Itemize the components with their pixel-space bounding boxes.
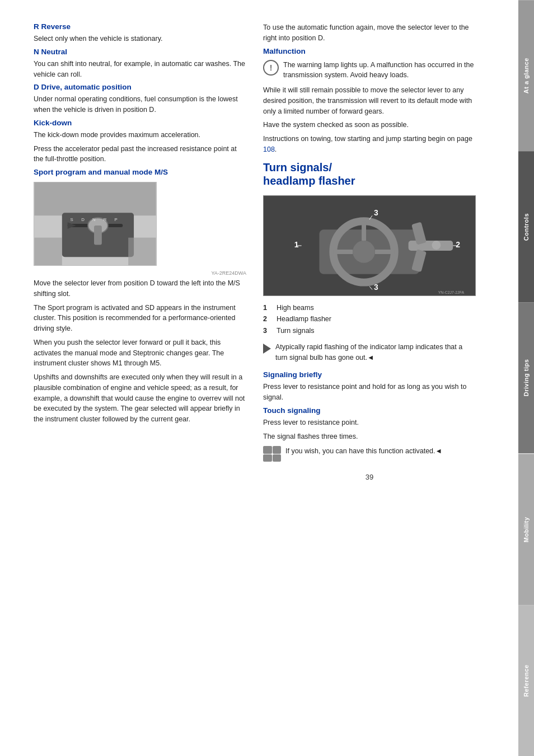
section-r-reverse: R Reverse Select only when the vehicle i… bbox=[34, 22, 246, 44]
right-column: To use the automatic function again, mov… bbox=[263, 22, 476, 481]
text-signaling-briefly: Press lever to resistance point and hold… bbox=[263, 382, 476, 403]
text-kick-down-2: Press the accelerator pedal past the inc… bbox=[34, 144, 246, 165]
text-n-neutral: You can shift into neutral, for example,… bbox=[34, 59, 246, 80]
turn-signals-list: 1 High beams 2 Headlamp flasher 3 Turn s… bbox=[263, 303, 476, 336]
warning-note-touch: If you wish, you can have this function … bbox=[263, 446, 476, 462]
svg-text:2: 2 bbox=[456, 240, 460, 248]
svg-rect-7 bbox=[34, 238, 62, 265]
svg-text:S: S bbox=[71, 217, 73, 222]
svg-point-25 bbox=[444, 242, 451, 248]
svg-text:1: 1 bbox=[294, 240, 299, 248]
list-num-2: 2 bbox=[263, 314, 272, 325]
text-touch-2: The signal flashes three times. bbox=[263, 431, 476, 442]
section-touch-signaling: Touch signaling Press lever to resistanc… bbox=[263, 406, 476, 462]
warning-animation-icon bbox=[263, 446, 281, 462]
heading-r-reverse: R Reverse bbox=[34, 22, 246, 31]
tab-driving-tips[interactable]: Driving tips bbox=[518, 302, 534, 453]
malfunction-note: ! The warning lamp lights up. A malfunct… bbox=[263, 60, 476, 81]
svg-text:YN-C2J7-2JFA: YN-C2J7-2JFA bbox=[438, 290, 465, 294]
section-malfunction: Malfunction ! The warning lamp lights up… bbox=[263, 47, 476, 155]
gear-image-caption: YA-2RE24DWA bbox=[34, 270, 246, 276]
svg-text:N: N bbox=[92, 217, 96, 222]
list-num-1: 1 bbox=[263, 303, 272, 313]
list-text-1: High beams bbox=[277, 303, 314, 313]
heading-kick-down: Kick-down bbox=[34, 119, 246, 127]
tab-mobility[interactable]: Mobility bbox=[518, 454, 534, 605]
heading-signaling-briefly: Signaling briefly bbox=[263, 370, 476, 379]
list-text-2: Headlamp flasher bbox=[277, 314, 331, 325]
text-sport-2: The Sport program is activated and SD ap… bbox=[34, 303, 246, 334]
side-tabs: At a glance Controls Driving tips Mobili… bbox=[518, 0, 534, 756]
section-d-drive: D Drive, automatic position Under normal… bbox=[34, 83, 246, 115]
text-d-drive: Under normal operating conditions, fuel … bbox=[34, 94, 246, 115]
text-sport-1: Move the selector lever from position D … bbox=[34, 278, 246, 299]
list-item-1: 1 High beams bbox=[263, 303, 476, 313]
heading-sport-program: Sport program and manual mode M/S bbox=[34, 168, 246, 176]
text-touch-1: Press lever to resistance point. bbox=[263, 417, 476, 428]
svg-text:3: 3 bbox=[374, 282, 378, 291]
svg-text:D: D bbox=[81, 217, 85, 222]
svg-rect-36 bbox=[273, 446, 281, 454]
text-r-reverse: Select only when the vehicle is stationa… bbox=[34, 34, 246, 44]
warning-note-text: If you wish, you can have this function … bbox=[285, 446, 442, 457]
section-sport-program: Sport program and manual mode M/S bbox=[34, 168, 246, 425]
svg-rect-35 bbox=[263, 446, 272, 454]
svg-text:R: R bbox=[104, 217, 107, 222]
malfunction-text-2: Have the system checked as soon as possi… bbox=[263, 120, 476, 130]
page-link-108[interactable]: 108 bbox=[263, 145, 275, 153]
tab-at-a-glance[interactable]: At a glance bbox=[518, 0, 534, 151]
gear-selector-image: S D N R P bbox=[34, 182, 157, 266]
svg-point-24 bbox=[432, 241, 441, 250]
tab-reference[interactable]: Reference bbox=[518, 605, 534, 756]
heading-n-neutral: N Neutral bbox=[34, 48, 246, 56]
svg-rect-1 bbox=[34, 182, 156, 215]
heading-d-drive: D Drive, automatic position bbox=[34, 83, 246, 91]
heading-malfunction: Malfunction bbox=[263, 47, 476, 55]
turn-signal-image: 3 2 3 1 YN-C2J7-2JFA bbox=[263, 195, 476, 296]
left-column: R Reverse Select only when the vehicle i… bbox=[34, 22, 246, 481]
svg-text:P: P bbox=[115, 217, 118, 222]
section-n-neutral: N Neutral You can shift into neutral, fo… bbox=[34, 48, 246, 80]
list-text-3: Turn signals bbox=[277, 326, 315, 336]
svg-rect-37 bbox=[263, 454, 272, 462]
svg-rect-8 bbox=[128, 238, 156, 265]
text-sport-3: When you push the selector lever forward… bbox=[34, 337, 246, 369]
list-item-2: 2 Headlamp flasher bbox=[263, 314, 476, 325]
svg-rect-5 bbox=[94, 226, 102, 245]
main-content: R Reverse Select only when the vehicle i… bbox=[0, 0, 518, 504]
svg-text:3: 3 bbox=[374, 208, 378, 217]
list-num-3: 3 bbox=[263, 326, 272, 336]
section-signaling-briefly: Signaling briefly Press lever to resista… bbox=[263, 370, 476, 403]
triangle-note-1: Atypically rapid flashing of the indicat… bbox=[263, 342, 476, 367]
text-kick-down-1: The kick-down mode provides maximum acce… bbox=[34, 130, 246, 140]
heading-touch-signaling: Touch signaling bbox=[263, 406, 476, 415]
tab-controls[interactable]: Controls bbox=[518, 151, 534, 302]
malfunction-note-text: The warning lamp lights up. A malfunctio… bbox=[283, 60, 476, 81]
section-kick-down: Kick-down The kick-down mode provides ma… bbox=[34, 119, 246, 165]
triangle-icon bbox=[263, 344, 271, 354]
warning-circle-icon: ! bbox=[263, 60, 279, 76]
text-sport-4: Upshifts and downshifts are executed onl… bbox=[34, 372, 246, 425]
malfunction-text-3: Instructions on towing, tow starting and… bbox=[263, 134, 476, 155]
malfunction-text-1: While it will still remain possible to m… bbox=[263, 85, 476, 116]
auto-function-text: To use the automatic function again, mov… bbox=[263, 22, 476, 44]
triangle-note-text: Atypically rapid flashing of the indicat… bbox=[275, 342, 476, 363]
heading-turn-signals: Turn signals/ headlamp flasher bbox=[263, 161, 476, 187]
section-turn-signals: Turn signals/ headlamp flasher bbox=[263, 161, 476, 462]
svg-rect-38 bbox=[273, 454, 281, 462]
page-number: 39 bbox=[263, 473, 476, 481]
list-item-3: 3 Turn signals bbox=[263, 326, 476, 336]
svg-point-20 bbox=[353, 241, 375, 263]
